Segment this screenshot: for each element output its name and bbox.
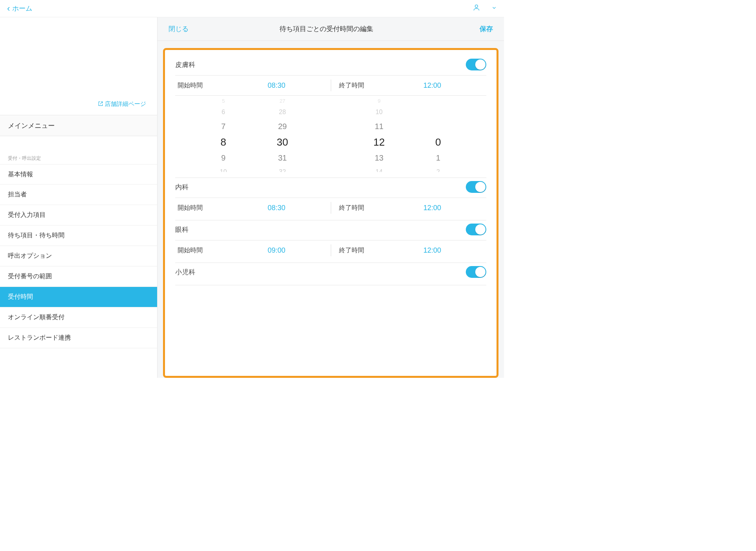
highlighted-editor-area: 皮膚科開始時間08:30終了時間12:005678910112728293031… — [163, 48, 498, 378]
time-wheel[interactable]: 567891011 — [208, 97, 239, 172]
time-wheel[interactable]: 9101112131415 — [363, 97, 395, 172]
chevron-down-icon[interactable] — [491, 5, 497, 12]
department-name: 小児科 — [175, 268, 195, 277]
sidebar-item[interactable]: レストランボード連携 — [0, 328, 157, 348]
start-time-label: 開始時間 — [175, 81, 222, 90]
time-wheel[interactable]: 27282930313233 — [267, 97, 298, 172]
sidebar-section-label: 受付・呼出設定 — [0, 152, 157, 164]
department-card: 皮膚科開始時間08:30終了時間12:005678910112728293031… — [167, 55, 494, 178]
sidebar-item[interactable]: 受付番号の範囲 — [0, 266, 157, 287]
department-card: 眼科開始時間09:00終了時間12:00 — [167, 220, 494, 263]
main-menu-button[interactable]: メインメニュー — [0, 115, 157, 136]
time-wheel[interactable]: 0123 — [422, 97, 454, 172]
start-time-label: 開始時間 — [175, 204, 222, 212]
store-detail-link[interactable]: 店舗詳細ページ — [98, 100, 146, 108]
sidebar-item[interactable]: 基本情報 — [0, 164, 157, 185]
end-time-value[interactable]: 12:00 — [378, 204, 487, 212]
main-menu-label: メインメニュー — [8, 121, 55, 130]
end-time-label: 終了時間 — [331, 246, 378, 255]
end-time-value[interactable]: 12:00 — [378, 246, 487, 255]
sidebar-item[interactable]: オンライン順番受付 — [0, 307, 157, 328]
department-name: 内科 — [175, 183, 189, 192]
start-time-label: 開始時間 — [175, 246, 222, 255]
svg-point-0 — [475, 5, 478, 7]
department-card: 内科開始時間08:30終了時間12:00 — [167, 178, 494, 220]
user-icon[interactable] — [472, 4, 480, 13]
save-button[interactable]: 保存 — [480, 24, 493, 33]
sidebar-item[interactable]: 呼出オプション — [0, 246, 157, 266]
sidebar-item[interactable]: 受付時間 — [0, 287, 157, 307]
department-card: 小児科 — [167, 263, 494, 285]
chevron-left-icon: ‹ — [7, 4, 10, 13]
external-link-icon — [98, 101, 103, 107]
enable-toggle[interactable] — [466, 181, 486, 193]
top-bar: ‹ ホーム — [0, 0, 504, 17]
end-time-label: 終了時間 — [331, 81, 378, 90]
start-time-value[interactable]: 09:00 — [222, 246, 331, 255]
end-time-value[interactable]: 12:00 — [378, 81, 487, 90]
panel-title: 待ち項目ごとの受付時間の編集 — [173, 24, 480, 33]
store-detail-label: 店舗詳細ページ — [105, 100, 146, 108]
end-time-label: 終了時間 — [331, 204, 378, 212]
start-time-value[interactable]: 08:30 — [222, 81, 331, 90]
back-label: ホーム — [12, 4, 32, 13]
back-button[interactable]: ‹ ホーム — [7, 4, 32, 13]
panel-header: 閉じる 待ち項目ごとの受付時間の編集 保存 — [158, 17, 504, 41]
enable-toggle[interactable] — [466, 59, 486, 70]
enable-toggle[interactable] — [466, 224, 486, 235]
sidebar: 店舗詳細ページ メインメニュー 受付・呼出設定 基本情報担当者受付入力項目待ち項… — [0, 17, 158, 378]
enable-toggle[interactable] — [466, 266, 486, 278]
sidebar-item[interactable]: 受付入力項目 — [0, 205, 157, 226]
sidebar-item[interactable]: 待ち項目・待ち時間 — [0, 226, 157, 246]
department-name: 眼科 — [175, 225, 189, 234]
main-panel: 閉じる 待ち項目ごとの受付時間の編集 保存 皮膚科開始時間08:30終了時間12… — [158, 17, 504, 378]
sidebar-item[interactable]: 担当者 — [0, 185, 157, 205]
time-picker[interactable]: 5678910112728293031323391011121314150123 — [173, 96, 489, 175]
department-name: 皮膚科 — [175, 60, 195, 69]
start-time-value[interactable]: 08:30 — [222, 204, 331, 212]
